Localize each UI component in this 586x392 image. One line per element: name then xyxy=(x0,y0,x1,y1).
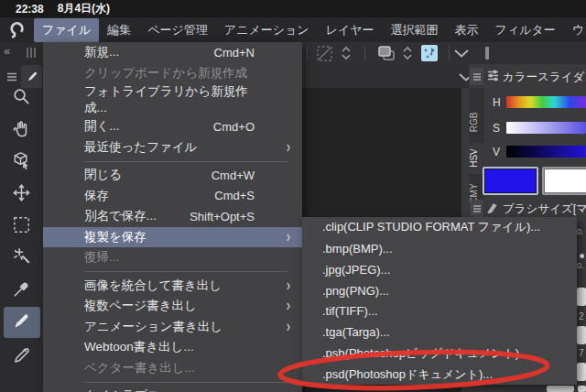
saturation-slider-row: S xyxy=(484,122,586,135)
submenu-item[interactable]: .jpg(JPEG)... xyxy=(302,259,577,280)
stepper-chevrons-icon[interactable] xyxy=(341,45,352,61)
menu-item-label: 復帰... xyxy=(84,249,119,266)
layers-icon[interactable] xyxy=(376,44,396,62)
file-menu-item[interactable]: アニメーション書き出し › xyxy=(43,317,302,338)
sub-color-swatch[interactable] xyxy=(542,167,586,195)
menu-bar-item[interactable]: 表示 xyxy=(447,18,487,42)
submenu-item[interactable]: .png(PNG)... xyxy=(302,280,577,301)
tool-button[interactable] xyxy=(4,114,40,146)
brush-size-cell[interactable] xyxy=(547,386,574,392)
saturation-slider[interactable] xyxy=(506,122,586,134)
panel-menu-icon[interactable] xyxy=(470,68,483,85)
tab-rgb[interactable]: RGB xyxy=(469,106,484,138)
menu-item-label: タイムラプス xyxy=(84,387,160,392)
submenu-item-label: .png(PNG)... xyxy=(322,284,389,298)
submenu-arrow-icon: › xyxy=(287,297,290,315)
file-menu-item[interactable]: 閉じる Cmd+W xyxy=(43,165,302,186)
overflow-chevron-icon[interactable] xyxy=(453,49,470,59)
slider-label: H xyxy=(493,96,501,109)
file-menu-item[interactable]: Webtoon書き出し... xyxy=(43,337,302,358)
file-menu-item[interactable]: クリップボードから新規作成 xyxy=(43,63,302,84)
file-menu-item[interactable]: 開く... Cmd+O xyxy=(43,116,302,137)
submenu-item-label: .clip(CLIP STUDIO FORMAT ファイル)... xyxy=(322,219,540,235)
file-menu-item[interactable]: 複数ページ書き出し › xyxy=(43,296,302,317)
drag-handle-icon[interactable] xyxy=(26,47,37,59)
file-menu-item[interactable]: タイムラプス › xyxy=(43,386,302,392)
brush-size-cell[interactable] xyxy=(577,326,586,344)
submenu-item[interactable]: .clip(CLIP STUDIO FORMAT ファイル)... xyxy=(302,217,577,238)
menu-bar-item-label: ファイル xyxy=(42,23,91,37)
brush-size-cell[interactable] xyxy=(577,288,586,306)
tool-button[interactable] xyxy=(4,211,40,242)
file-menu-item[interactable]: 保存 Cmd+S xyxy=(43,186,302,207)
menu-bar-item[interactable]: フィルター xyxy=(487,18,564,42)
file-menu-item[interactable]: 複製を保存 › xyxy=(43,227,302,248)
stepper-chevrons-icon[interactable] xyxy=(402,45,413,61)
menu-bar-item[interactable]: アニメーション xyxy=(216,18,318,42)
brush-size-cell[interactable] xyxy=(577,363,586,381)
menu-item-label: ベクター書き出し... xyxy=(84,360,195,376)
tool-button[interactable] xyxy=(4,243,40,274)
submenu-arrow-icon: › xyxy=(287,227,290,245)
file-menu-item[interactable]: ベクター書き出し... xyxy=(43,358,302,379)
submenu-item[interactable]: .tif(TIFF)... xyxy=(302,301,577,322)
eyedropper-icon xyxy=(11,278,32,303)
hue-slider[interactable] xyxy=(506,96,586,108)
menu-bar-item[interactable]: ウィン xyxy=(564,18,586,42)
file-menu-item[interactable]: 新規... Cmd+N xyxy=(43,42,302,63)
file-menu-item[interactable]: フォトライブラリから新規作成... xyxy=(43,83,302,116)
menu-item-label: アニメーション書き出し xyxy=(84,319,222,335)
file-menu-item[interactable]: 復帰... xyxy=(43,247,302,268)
collapse-panel-icon[interactable]: « xyxy=(4,44,10,58)
tool-palette: « xyxy=(0,42,43,392)
menu-bar-item[interactable]: レイヤー xyxy=(318,18,383,42)
menu-bar-item[interactable]: ファイル xyxy=(34,18,99,42)
menu-item-label: 開く... xyxy=(84,118,120,135)
menu-item-label: 複数ページ書き出し xyxy=(84,298,197,314)
menu-item-label: 最近使ったファイル xyxy=(84,139,197,156)
submenu-arrow-icon: › xyxy=(287,317,290,335)
menu-bar-item-label: アニメーション xyxy=(224,23,309,37)
tool-button[interactable] xyxy=(4,82,40,114)
operation-icon xyxy=(11,150,32,175)
menu-item-label: クリップボードから新規作成 xyxy=(84,65,247,82)
menu-bar-item[interactable]: 編集 xyxy=(99,18,139,42)
file-menu-item[interactable]: 画像を統合して書き出し › xyxy=(43,276,302,297)
toolbar-divider xyxy=(449,46,450,60)
tool-button[interactable] xyxy=(4,179,40,210)
menu-item-label: Webtoon書き出し... xyxy=(84,339,194,355)
main-color-swatch[interactable] xyxy=(483,167,538,195)
menu-bar-item[interactable]: 選択範囲 xyxy=(383,18,447,42)
menu-bar-item[interactable]: ページ管理 xyxy=(139,18,216,42)
menu-item-label: フォトライブラリから新規作成... xyxy=(84,83,255,116)
app-menu-bar: ファイル 編集 ページ管理 アニメーション レイヤー 選択範囲 表示 フィルター… xyxy=(0,17,586,42)
file-menu-item[interactable]: 別名で保存... Shift+Opt+S xyxy=(43,206,302,227)
submenu-item[interactable]: .bmp(BMP)... xyxy=(302,238,577,259)
brush-size-cell[interactable] xyxy=(578,386,586,392)
menu-item-label: 別名で保存... xyxy=(84,208,157,224)
submenu-item-label: .tif(TIFF)... xyxy=(322,304,378,318)
slider-label: S xyxy=(493,122,500,135)
tool-button[interactable] xyxy=(4,339,40,370)
submenu-item[interactable]: .psb(Photoshopビッグドキュメント)... xyxy=(302,343,577,364)
submenu-item[interactable]: .tga(Targa)... xyxy=(302,321,577,343)
tool-button[interactable] xyxy=(4,147,40,178)
menu-bar-item-label: レイヤー xyxy=(326,23,374,37)
screentone-icon[interactable] xyxy=(420,44,439,62)
tool-button[interactable] xyxy=(4,275,40,306)
tool-button[interactable] xyxy=(4,307,40,338)
tool-menu-icon[interactable] xyxy=(5,71,18,83)
value-slider[interactable] xyxy=(506,146,586,158)
file-menu-item[interactable]: 最近使ったファイル › xyxy=(43,137,302,158)
deselect-icon[interactable] xyxy=(316,45,333,62)
menu-bar-item-label: 編集 xyxy=(107,23,131,37)
menu-item-label: 閉じる xyxy=(84,167,122,183)
menu-item-label: 画像を統合して書き出し xyxy=(84,278,222,294)
brush-size-value: 2 xyxy=(579,311,584,321)
panel-drag-handle[interactable] xyxy=(485,47,489,60)
zoom-icon xyxy=(11,86,32,111)
panel-menu-icon[interactable] xyxy=(470,200,483,217)
submenu-item[interactable]: .psd(Photoshopドキュメント)... xyxy=(302,364,577,385)
toolbar-divider xyxy=(364,46,365,60)
menu-item-label: 複製を保存 xyxy=(84,229,146,245)
